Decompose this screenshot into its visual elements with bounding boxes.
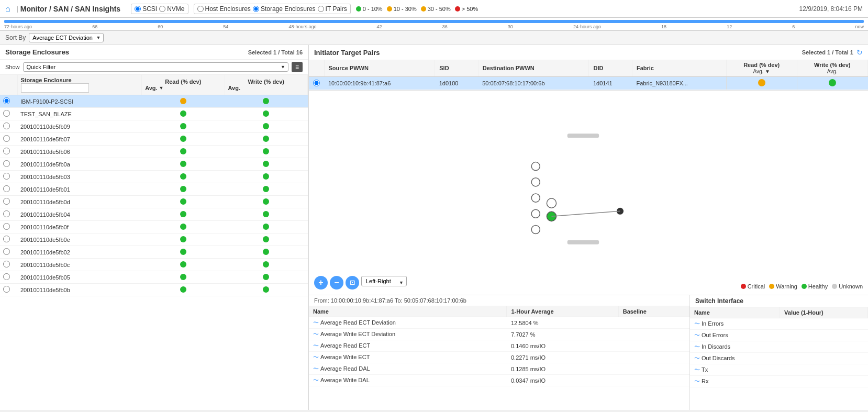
- it-row-radio[interactable]: [309, 77, 324, 90]
- filter-button[interactable]: ≡: [292, 62, 303, 72]
- enc-row-radio[interactable]: [0, 259, 17, 271]
- enclosure-row[interactable]: 200100110de5fb0d: [0, 196, 308, 208]
- metrics-table-body: 〜Average Read ECT Deviation 12.5804 % 〜A…: [309, 317, 689, 386]
- fit-button[interactable]: ⊡: [346, 276, 359, 289]
- switch-th-name: Name: [690, 307, 780, 318]
- enc-row-write: [225, 259, 307, 271]
- it-pairs-option[interactable]: IT Pairs: [318, 5, 347, 13]
- sort-select[interactable]: Average ECT Deviation: [29, 33, 104, 42]
- enc-row-radio[interactable]: [0, 158, 17, 171]
- viz-legend: Critical Warning Healthy Unknown: [741, 283, 863, 289]
- enclosure-row[interactable]: 200100110de5fb09: [0, 120, 308, 133]
- enclosure-row[interactable]: 200100110de5fb02: [0, 246, 308, 259]
- enc-row-read: [142, 183, 225, 196]
- nvme-option[interactable]: NVMe: [159, 5, 184, 13]
- enclosure-row[interactable]: 200100110de5fb0e: [0, 233, 308, 246]
- enc-read-dot: [180, 186, 186, 192]
- enclosures-table-body: IBM-F9100-P2-SCSI TEST_SAN_BLAZE 2001001: [0, 95, 308, 296]
- enc-read-dot: [180, 173, 186, 180]
- enc-row-radio[interactable]: [0, 146, 17, 158]
- scsi-option[interactable]: SCSI: [135, 5, 157, 13]
- critical-dot: [741, 284, 746, 289]
- enclosure-row[interactable]: 200100110de5fb0f: [0, 221, 308, 233]
- enc-row-radio[interactable]: [0, 183, 17, 196]
- metrics-header: From: 10:00:00:10:9b:41:87:a6 To: 50:05:…: [309, 295, 689, 306]
- it-pairs-table: Source PWWN SID Destination PWWN DID Fab…: [309, 60, 868, 90]
- node-initiator-3[interactable]: [531, 194, 540, 202]
- it-th-fabric: Fabric: [632, 60, 726, 77]
- node-initiator-5[interactable]: [531, 225, 540, 233]
- quick-filter-select[interactable]: Quick Filter: [23, 62, 288, 72]
- enc-row-radio[interactable]: [0, 246, 17, 259]
- connection-line: [551, 211, 620, 216]
- enclosure-row[interactable]: 200100110de5fb0b: [0, 284, 308, 296]
- timeline-labels: 72-hours ago 66 60 54 48-hours ago 42 36…: [4, 24, 864, 29]
- enc-row-read: [142, 120, 225, 133]
- enclosure-row[interactable]: 200100110de5fb04: [0, 208, 308, 221]
- enclosure-search-input[interactable]: [21, 83, 89, 93]
- enc-row-radio[interactable]: [0, 95, 17, 108]
- enc-read-dot: [180, 123, 186, 129]
- enclosures-table: Storage Enclosure Read (% dev) Avg. ▼ Wr…: [0, 75, 308, 296]
- visualization-area: + − ⊡ Left-Right Top-Bottom ▼ Critical: [309, 91, 868, 295]
- switch-row-name: 〜Tx: [690, 364, 780, 376]
- sort-select-wrapper: Average ECT Deviation ▼: [29, 33, 104, 42]
- metric-baseline: [618, 375, 689, 386]
- healthy-dot: [802, 284, 807, 289]
- enc-row-name: 200100110de5fb0f: [17, 221, 142, 233]
- home-icon[interactable]: ⌂: [5, 4, 10, 14]
- metrics-table: Name 1-Hour Average Baseline 〜Average Re…: [309, 306, 689, 386]
- enclosure-row[interactable]: 200100110de5fb07: [0, 133, 308, 146]
- enc-row-radio[interactable]: [0, 133, 17, 146]
- it-pair-row[interactable]: 10:00:00:10:9b:41:87:a6 1d0100 50:05:07:…: [309, 77, 868, 90]
- it-row-sid: 1d0100: [435, 77, 478, 90]
- enclosure-row[interactable]: IBM-F9100-P2-SCSI: [0, 95, 308, 108]
- timeline-slider[interactable]: 72-hours ago 66 60 54 48-hours ago 42 36…: [0, 19, 868, 29]
- center-switch-node[interactable]: [547, 198, 556, 208]
- metric-value: 0.2271 ms/IO: [507, 352, 618, 363]
- switch-row: 〜In Discards: [690, 341, 868, 353]
- enclosure-row[interactable]: 200100110de5fb0a: [0, 158, 308, 171]
- enc-row-read: [142, 196, 225, 208]
- it-row-source: 10:00:00:10:9b:41:87:a6: [324, 77, 435, 90]
- storage-enclosures-option[interactable]: Storage Enclosures: [253, 5, 316, 13]
- refresh-button[interactable]: ↻: [856, 48, 863, 57]
- enc-row-write: [225, 271, 307, 284]
- enclosure-row[interactable]: 200100110de5fb05: [0, 271, 308, 284]
- enc-row-radio[interactable]: [0, 284, 17, 296]
- direction-select[interactable]: Left-Right Top-Bottom: [361, 276, 407, 286]
- zoom-out-button[interactable]: −: [330, 276, 343, 289]
- enclosure-row[interactable]: 200100110de5fb0c: [0, 259, 308, 271]
- zoom-in-button[interactable]: +: [314, 276, 328, 289]
- enclosure-row[interactable]: 200100110de5fb06: [0, 146, 308, 158]
- enclosure-row[interactable]: 200100110de5fb03: [0, 171, 308, 183]
- host-enclosures-option[interactable]: Host Enclosures: [197, 5, 251, 13]
- enclosure-row[interactable]: 200100110de5fb01: [0, 183, 308, 196]
- enc-row-read: [142, 171, 225, 183]
- legend-10-30: 10 - 30%: [387, 6, 417, 12]
- legend-30-50: 30 - 50%: [421, 6, 451, 12]
- switch-row: 〜Out Errors: [690, 330, 868, 341]
- enc-row-radio[interactable]: [0, 120, 17, 133]
- node-initiator-2[interactable]: [531, 178, 540, 186]
- enc-write-dot: [263, 249, 269, 255]
- enc-row-radio[interactable]: [0, 271, 17, 284]
- enc-row-write: [225, 183, 307, 196]
- enc-row-radio[interactable]: [0, 208, 17, 221]
- enc-row-radio[interactable]: [0, 108, 17, 120]
- enc-row-radio[interactable]: [0, 221, 17, 233]
- enc-row-name: IBM-F9100-P2-SCSI: [17, 95, 142, 108]
- enc-row-radio[interactable]: [0, 196, 17, 208]
- enc-row-write: [225, 158, 307, 171]
- enc-write-dot: [263, 286, 269, 293]
- enc-row-name: TEST_SAN_BLAZE: [17, 108, 142, 120]
- enc-row-radio[interactable]: [0, 233, 17, 246]
- read-sort-arrow-icon[interactable]: ▼: [159, 85, 164, 91]
- enc-row-read: [142, 246, 225, 259]
- enclosure-row[interactable]: TEST_SAN_BLAZE: [0, 108, 308, 120]
- enc-row-write: [225, 146, 307, 158]
- bottom-panels: From: 10:00:00:10:9b:41:87:a6 To: 50:05:…: [309, 295, 868, 410]
- node-initiator-4[interactable]: [531, 209, 540, 218]
- enc-row-radio[interactable]: [0, 171, 17, 183]
- node-initiator-1[interactable]: [531, 162, 540, 171]
